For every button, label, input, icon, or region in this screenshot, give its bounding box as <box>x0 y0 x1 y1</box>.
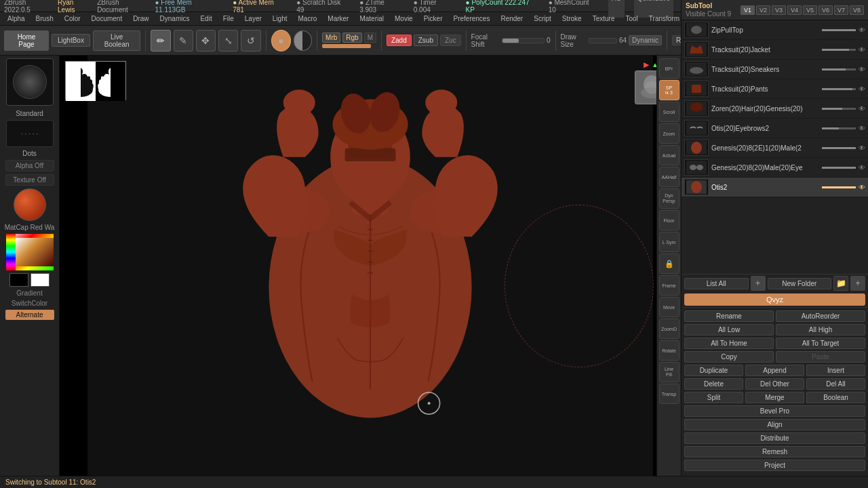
menu-macro[interactable]: Macro <box>294 14 322 24</box>
menu-file[interactable]: File <box>218 14 239 24</box>
subtool-list[interactable]: ZipPullTop 👁 Tracksuit(20)Jacket 👁 Track… <box>682 20 868 274</box>
dynamic-persp-icon[interactable]: DynPersp <box>659 188 679 209</box>
subtool-slider-6[interactable] <box>822 147 856 149</box>
menu-edit[interactable]: Edit <box>195 14 216 24</box>
menu-light[interactable]: Light <box>268 14 292 24</box>
brush-preview[interactable] <box>6 58 54 106</box>
all-low-button[interactable]: All Low <box>684 324 774 336</box>
subtool-eye-0[interactable]: 👁 <box>859 26 865 34</box>
transp-icon[interactable]: Transp <box>659 384 679 404</box>
rotate-icon[interactable]: Rotate <box>659 340 679 361</box>
zoomd-icon[interactable]: ZoomD <box>659 319 679 339</box>
frame-icon[interactable]: Frame <box>659 275 679 296</box>
subtool-slider-4[interactable] <box>822 108 856 110</box>
rename-button[interactable]: Rename <box>684 310 774 322</box>
bevel-pro-button[interactable]: Bevel Pro <box>684 405 865 417</box>
split-button[interactable]: Split <box>684 392 743 403</box>
dot-preview[interactable]: · · · · · <box>6 120 54 147</box>
zadd-button[interactable]: Zadd <box>387 35 412 46</box>
subtool-eye-4[interactable]: 👁 <box>859 105 865 113</box>
tab-v1[interactable]: V1 <box>741 5 755 15</box>
all-high-button[interactable]: All High <box>776 324 865 336</box>
home-page-button[interactable]: Home Page <box>4 30 49 51</box>
switch-color-button[interactable]: SwitchColor <box>12 300 47 307</box>
lock-icon[interactable]: 🔒 <box>659 253 679 274</box>
menu-stroke[interactable]: Stroke <box>557 14 587 24</box>
m-toggle[interactable]: M <box>364 33 376 43</box>
boolean-button[interactable]: Boolean <box>806 392 865 403</box>
scroll-icon[interactable]: Scroll <box>659 102 679 122</box>
copy-button[interactable]: Copy <box>684 351 774 363</box>
subtool-slider-0[interactable] <box>822 29 856 31</box>
menu-material[interactable]: Material <box>355 14 389 24</box>
list-all-button[interactable]: List All <box>684 278 749 289</box>
bpr-icon[interactable]: BPr <box>659 58 679 79</box>
tab-v4[interactable]: V4 <box>787 5 802 15</box>
actual-icon[interactable]: Actual <box>659 145 679 165</box>
menu-render[interactable]: Render <box>496 14 528 24</box>
menu-dynamics[interactable]: Dynamics <box>155 14 195 24</box>
insert-button[interactable]: Insert <box>806 365 865 376</box>
dots-label[interactable]: Dots <box>22 150 37 157</box>
rotate-button[interactable]: ↺ <box>241 30 260 52</box>
focal-shift-slider[interactable] <box>502 38 545 43</box>
subtool-eye-7[interactable]: 👁 <box>859 164 865 171</box>
subtool-item-genesis1[interactable]: Genesis(20)8(2E)1(20)Male(2 👁 <box>682 138 868 158</box>
new-folder-icon[interactable]: 📁 <box>833 276 848 291</box>
del-other-button[interactable]: Del Other <box>745 378 804 390</box>
subtool-item-hair[interactable]: Zoren(20)Hair(20)Genesis(20) 👁 <box>682 99 868 119</box>
active-tool-icon[interactable]: ● <box>271 30 291 52</box>
tab-v6[interactable]: V6 <box>818 5 833 15</box>
subtool-slider-7[interactable] <box>822 167 856 169</box>
alternate-button[interactable]: Alternate <box>5 310 54 320</box>
project-button[interactable]: Project <box>684 460 865 471</box>
move-button[interactable]: ✥ <box>196 30 216 52</box>
duplicate-button[interactable]: Duplicate <box>684 365 743 376</box>
menu-brush[interactable]: Brush <box>31 14 58 24</box>
live-boolean-button[interactable]: Live Boolean <box>93 30 141 51</box>
lsym-icon[interactable]: L Sym <box>659 232 679 252</box>
subtool-eye-2[interactable]: 👁 <box>859 66 865 73</box>
del-all-button[interactable]: Del All <box>806 378 865 390</box>
tab-v2[interactable]: V2 <box>756 5 770 15</box>
menu-tool[interactable]: Tool <box>620 14 642 24</box>
new-folder-add-icon[interactable]: + <box>850 276 865 291</box>
subtool-slider-5[interactable] <box>822 127 856 129</box>
main-canvas[interactable]: ▶ ▲ ◆ <box>60 56 681 476</box>
subtool-eye-8[interactable]: 👁 <box>859 184 865 191</box>
remesh-button[interactable]: Remesh <box>684 446 865 458</box>
tab-v3[interactable]: V3 <box>772 5 786 15</box>
scale-button[interactable]: ⤡ <box>218 30 238 52</box>
tab-v8[interactable]: V8 <box>850 5 864 15</box>
canvas-3d[interactable]: ▶ ▲ ◆ <box>60 56 681 476</box>
lightbox-button[interactable]: LightBox <box>52 34 90 47</box>
menu-alpha[interactable]: Alpha <box>3 14 30 24</box>
linefill-icon[interactable]: LineFill <box>659 362 679 382</box>
menu-draw[interactable]: Draw <box>128 14 153 24</box>
menu-picker[interactable]: Picker <box>419 14 448 24</box>
subtool-item-sneakers[interactable]: Tracksuit(20)Sneakers 👁 <box>682 60 868 79</box>
auto-reorder-button[interactable]: AutoReorder <box>776 310 865 322</box>
new-folder-button[interactable]: New Folder <box>768 278 832 289</box>
alpha-off-button[interactable]: Alpha Off <box>5 160 54 171</box>
zoom-icon[interactable]: Zoom <box>659 123 679 144</box>
subtool-item-jacket[interactable]: Tracksuit(20)Jacket 👁 <box>682 40 868 60</box>
edit-button[interactable]: ✏ <box>151 30 170 52</box>
draw-button[interactable]: ✎ <box>174 30 193 52</box>
menu-document[interactable]: Document <box>87 14 127 24</box>
subtool-slider-8[interactable] <box>822 186 856 188</box>
align-button[interactable]: Align <box>684 419 865 430</box>
menu-marker[interactable]: Marker <box>323 14 353 24</box>
texture-off-button[interactable]: Texture Off <box>5 174 54 186</box>
white-swatch[interactable] <box>31 273 50 287</box>
subtool-eye-6[interactable]: 👁 <box>859 144 865 152</box>
zsub-button[interactable]: Zsub <box>414 35 438 46</box>
spix-icon[interactable]: SPix 3 <box>659 80 679 100</box>
qvyz-button[interactable]: Qvyz <box>684 293 865 306</box>
subtool-eye-5[interactable]: 👁 <box>859 125 865 132</box>
subtool-item-otis2[interactable]: Otis2 👁 <box>682 178 868 197</box>
color-picker[interactable] <box>6 234 54 270</box>
dynamic-button[interactable]: Dynamic <box>629 35 662 45</box>
menu-texture[interactable]: Texture <box>588 14 620 24</box>
subtool-item-zippulltop[interactable]: ZipPullTop 👁 <box>682 20 868 40</box>
